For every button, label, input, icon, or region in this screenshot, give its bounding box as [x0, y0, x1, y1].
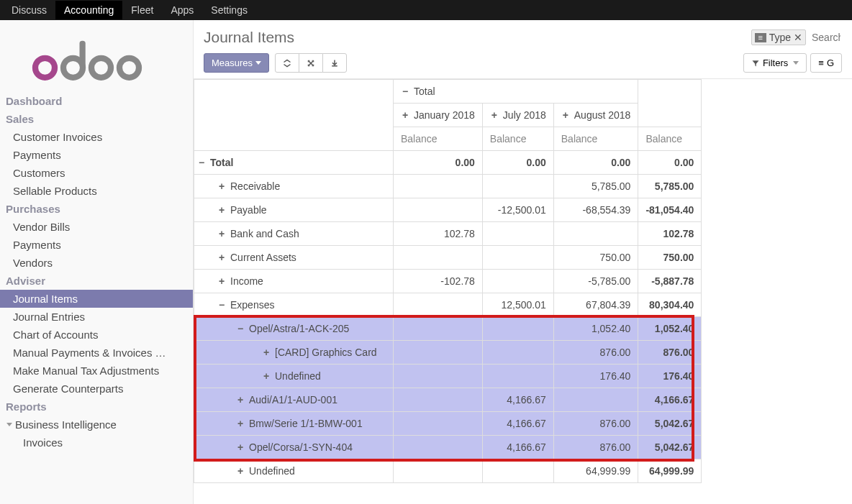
cell-value: 750.00	[553, 246, 638, 270]
download-icon	[330, 59, 339, 68]
sidebar-item[interactable]: Journal Entries	[0, 308, 193, 326]
sidebar-item[interactable]: Journal Items	[0, 290, 193, 308]
cell-value	[394, 317, 483, 341]
sidebar-item[interactable]: Generate Counterparts	[0, 380, 193, 398]
grand-total-header	[638, 80, 702, 127]
nav-item-discuss[interactable]: Discuss	[3, 1, 55, 19]
plus-icon: +	[236, 441, 245, 453]
minus-icon: −	[236, 323, 245, 334]
row-label[interactable]: +Payable	[194, 198, 394, 222]
row-total: 64,999.99	[638, 459, 702, 483]
cell-value	[394, 293, 483, 317]
sidebar-item[interactable]: Customer Invoices	[0, 128, 193, 146]
sidebar-item[interactable]: Make Manual Tax Adjustments	[0, 362, 193, 380]
sidebar-section-header[interactable]: Sales	[0, 110, 193, 128]
nav-item-fleet[interactable]: Fleet	[122, 1, 162, 19]
row-label[interactable]: +Bmw/Serie 1/1-BMW-001	[194, 412, 394, 436]
sidebar-section-header[interactable]: Purchases	[0, 200, 193, 218]
funnel-icon	[751, 59, 760, 68]
row-total: -5,887.78	[638, 270, 702, 293]
search-filter-chip[interactable]: ≡ Type ✕	[751, 29, 806, 45]
pivot-row: +Income-102.78-5,785.00-5,887.78	[194, 270, 702, 293]
cell-value	[482, 270, 553, 293]
filter-chip-remove-icon[interactable]: ✕	[794, 32, 802, 43]
svg-rect-2	[80, 41, 86, 68]
cell-value: 4,166.67	[482, 388, 553, 412]
pivot-row: +Bank and Cash102.78102.78	[194, 222, 702, 246]
balance-header: Balance	[553, 127, 638, 151]
balance-header: Balance	[638, 127, 702, 151]
row-label[interactable]: −Total	[194, 151, 394, 175]
arrows-cross-icon	[307, 59, 315, 68]
minus-icon: −	[197, 157, 206, 168]
filters-button[interactable]: Filters	[743, 53, 807, 73]
row-total: -81,054.40	[638, 198, 702, 222]
sidebar-item[interactable]: Payments	[0, 236, 193, 254]
pivot-row: +Undefined176.40176.40	[194, 365, 702, 388]
plus-icon: +	[236, 394, 245, 406]
sidebar-item[interactable]: Payments	[0, 146, 193, 164]
nav-item-accounting[interactable]: Accounting	[55, 1, 122, 19]
cell-value: 64,999.99	[553, 459, 638, 483]
pivot-table: −Total +January 2018+July 2018+August 20…	[194, 79, 702, 483]
sidebar-item[interactable]: Manual Payments & Invoices …	[0, 344, 193, 362]
row-label[interactable]: +Current Assets	[194, 246, 394, 270]
bars-icon: ≡	[755, 33, 766, 42]
download-button[interactable]	[322, 53, 347, 73]
row-total: 176.40	[638, 365, 702, 388]
page-title: Journal Items	[204, 29, 294, 46]
search-input[interactable]	[810, 31, 842, 44]
filter-chip-label: Type	[769, 32, 791, 43]
sidebar-section-header[interactable]: Adviser	[0, 272, 193, 290]
row-label[interactable]: +Audi/A1/1-AUD-001	[194, 388, 394, 412]
cell-value	[482, 222, 553, 246]
sidebar-section-header[interactable]: Reports	[0, 398, 193, 416]
row-label[interactable]: +Income	[194, 270, 394, 293]
col-total-header[interactable]: −Total	[394, 80, 638, 104]
sidebar-item[interactable]: Vendor Bills	[0, 218, 193, 236]
measures-button[interactable]: Measures	[204, 53, 269, 73]
groupby-button[interactable]: ≡ G	[810, 53, 842, 73]
pivot-corner	[194, 80, 394, 151]
sidebar-item[interactable]: Chart of Accounts	[0, 326, 193, 344]
cell-value: 876.00	[553, 341, 638, 365]
nav-item-apps[interactable]: Apps	[162, 1, 202, 19]
pivot-swap-button[interactable]	[299, 53, 323, 73]
plus-icon: +	[236, 465, 245, 477]
month-header[interactable]: +January 2018	[394, 104, 483, 127]
cell-value	[482, 175, 553, 198]
cell-value	[394, 436, 483, 459]
month-header[interactable]: +August 2018	[553, 104, 638, 127]
svg-point-0	[35, 58, 55, 78]
cell-value: 67,804.39	[553, 293, 638, 317]
sidebar-item[interactable]: Business Intelligence	[0, 416, 193, 434]
row-total: 4,166.67	[638, 388, 702, 412]
cell-value	[482, 365, 553, 388]
sidebar-item[interactable]: Customers	[0, 164, 193, 182]
plus-icon: +	[236, 418, 245, 429]
nav-item-settings[interactable]: Settings	[202, 1, 256, 19]
row-label[interactable]: +Receivable	[194, 175, 394, 198]
cell-value: 5,785.00	[553, 175, 638, 198]
pivot-row: +Current Assets750.00750.00	[194, 246, 702, 270]
row-label[interactable]: −Expenses	[194, 293, 394, 317]
cell-value: 1,052.40	[553, 317, 638, 341]
logo	[0, 20, 193, 92]
expand-button[interactable]	[275, 53, 299, 73]
row-label[interactable]: −Opel/Astra/1-ACK-205	[194, 317, 394, 341]
row-label[interactable]: +[CARD] Graphics Card	[194, 341, 394, 365]
sidebar-section-header[interactable]: Dashboard	[0, 92, 193, 110]
row-label[interactable]: +Bank and Cash	[194, 222, 394, 246]
row-label[interactable]: +Opel/Corsa/1-SYN-404	[194, 436, 394, 459]
month-header[interactable]: +July 2018	[482, 104, 553, 127]
sidebar-item[interactable]: Sellable Products	[0, 182, 193, 200]
plus-icon: +	[262, 347, 271, 358]
row-label[interactable]: +Undefined	[194, 365, 394, 388]
plus-icon: +	[217, 204, 226, 216]
sidebar-item[interactable]: Vendors	[0, 254, 193, 272]
cell-value	[482, 341, 553, 365]
cell-value	[394, 341, 483, 365]
top-nav: DiscussAccountingFleetAppsSettings	[0, 0, 852, 20]
row-label[interactable]: +Undefined	[194, 459, 394, 483]
sidebar-item[interactable]: Invoices	[0, 434, 193, 452]
